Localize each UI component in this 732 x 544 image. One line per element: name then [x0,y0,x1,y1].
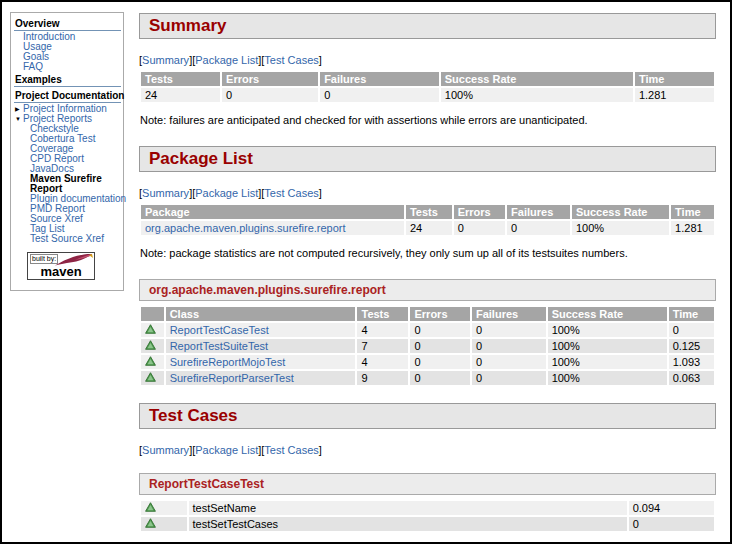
summary-time-value: 1.281 [635,88,714,102]
column-header-success-rate: Success Rate [572,205,669,219]
class-link[interactable]: SurefireReportParserTest [170,372,294,384]
nav-link-summary[interactable]: Summary [142,444,189,456]
column-header-tests: Tests [141,72,220,86]
built-by-maven-logo[interactable]: built by: maven [27,252,95,280]
column-header-failures: Failures [320,72,439,86]
column-header-class: Class [166,307,356,321]
test-name: testSetTestCases [189,517,627,531]
summary-table: Tests Errors Failures Success Rate Time … [139,70,716,104]
table-row: 24 0 0 100% 1.281 [141,88,714,102]
summary-success-rate-value: 100% [441,88,633,102]
test-time: 0.094 [629,501,714,515]
class-link[interactable]: ReportTestCaseTest [170,324,269,336]
sidebar-item-faq[interactable]: FAQ [14,62,121,72]
class-link[interactable]: SurefireReportMojoTest [170,356,286,368]
nav-link-test-cases[interactable]: Test Cases [264,444,318,456]
nav-link-test-cases[interactable]: Test Cases [264,54,318,66]
column-header-tests: Tests [406,205,452,219]
summary-note: Note: failures are anticipated and check… [140,114,716,127]
table-row: org.apache.maven.plugins.surefire.report… [141,221,714,235]
sidebar: Overview Introduction Usage Goals FAQ Ex… [10,12,124,291]
column-header-icon [141,307,164,321]
nav-link-test-cases[interactable]: Test Cases [264,187,318,199]
expanded-arrow-icon[interactable]: ▼ [15,114,23,124]
maven-brand-label: maven [28,265,94,278]
summary-errors-value: 0 [222,88,318,102]
success-icon [145,502,156,514]
section-nav-links: [Summary][Package List][Test Cases] [139,54,716,66]
sidebar-item-maven-surefire-report-current: Maven Surefire Report [14,174,120,194]
column-header-errors: Errors [454,205,505,219]
sidebar-header-project-documentation: Project Documentation [14,88,121,103]
test-cases-table: testSetName 0.094 testSetTestCases 0 [139,499,716,533]
column-header-failures: Failures [507,205,570,219]
sidebar-header-overview: Overview [14,16,121,31]
table-row: testSetTestCases 0 [141,517,714,531]
test-time: 0 [629,517,714,531]
success-icon [145,324,156,336]
package-tests-value: 24 [406,221,452,235]
column-header-time: Time [669,307,714,321]
package-time-value: 1.281 [671,221,714,235]
class-summary-table: Class Tests Errors Failures Success Rate… [139,305,716,387]
column-header-errors: Errors [222,72,318,86]
package-failures-value: 0 [507,221,570,235]
column-header-failures: Failures [472,307,546,321]
nav-link-summary[interactable]: Summary [142,54,189,66]
sidebar-item-test-source-xref[interactable]: Test Source Xref [14,234,121,244]
test-cases-section-title: Test Cases [139,403,716,429]
column-header-success-rate: Success Rate [441,72,633,86]
success-icon [145,372,156,384]
test-class-title: ReportTestCaseTest [139,473,716,495]
summary-section-title: Summary [139,13,716,39]
package-list-table: Package Tests Errors Failures Success Ra… [139,203,716,237]
package-list-section-title: Package List [139,146,716,172]
column-header-package: Package [141,205,404,219]
package-success-rate-value: 100% [572,221,669,235]
column-header-tests: Tests [357,307,408,321]
column-header-time: Time [635,72,714,86]
column-header-success-rate: Success Rate [548,307,667,321]
package-link[interactable]: org.apache.maven.plugins.surefire.report [145,222,346,234]
table-row: ReportTestCaseTest 4 0 0 100% 0 [141,323,714,337]
table-row: SurefireReportMojoTest 4 0 0 100% 1.093 [141,355,714,369]
sidebar-header-examples: Examples [14,72,121,87]
success-icon [145,518,156,530]
nav-link-package-list[interactable]: Package List [195,444,258,456]
section-nav-links: [Summary][Package List][Test Cases] [139,187,716,199]
class-link[interactable]: ReportTestSuiteTest [170,340,268,352]
page: Overview Introduction Usage Goals FAQ Ex… [0,0,732,544]
nav-link-package-list[interactable]: Package List [195,187,258,199]
column-header-errors: Errors [410,307,469,321]
main-content: Summary [Summary][Package List][Test Cas… [139,2,716,533]
section-nav-links: [Summary][Package List][Test Cases] [139,444,716,456]
test-name: testSetName [189,501,627,515]
success-icon [145,340,156,352]
package-list-note: Note: package statistics are not compute… [140,247,716,260]
summary-tests-value: 24 [141,88,220,102]
table-row: ReportTestSuiteTest 7 0 0 100% 0.125 [141,339,714,353]
success-icon [145,356,156,368]
nav-link-summary[interactable]: Summary [142,187,189,199]
table-row: SurefireReportParserTest 9 0 0 100% 0.06… [141,371,714,385]
collapsed-arrow-icon[interactable]: ▶ [15,104,23,114]
summary-failures-value: 0 [320,88,439,102]
package-detail-title: org.apache.maven.plugins.surefire.report [139,279,716,301]
column-header-time: Time [671,205,714,219]
package-errors-value: 0 [454,221,505,235]
nav-link-package-list[interactable]: Package List [195,54,258,66]
table-row: testSetName 0.094 [141,501,714,515]
